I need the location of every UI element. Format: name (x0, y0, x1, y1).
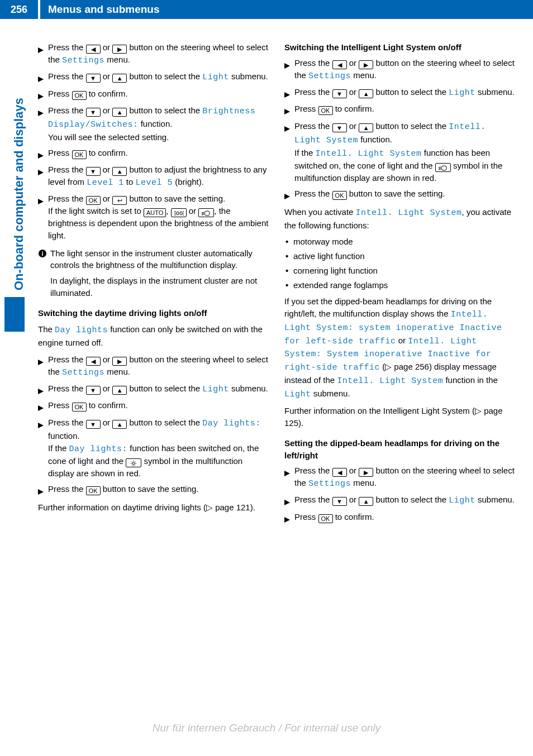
paragraph: The Day lights function can only be swit… (38, 323, 270, 349)
svg-marker-13 (38, 405, 44, 411)
up-button-icon: ▲ (112, 167, 127, 176)
up-button-icon: ▲ (112, 386, 127, 395)
step-marker-icon (38, 401, 48, 413)
svg-marker-11 (38, 360, 44, 365)
step: Press the ◀ or ▶ button on the steering … (38, 41, 270, 67)
menu-name: Settings (62, 56, 104, 65)
left-button-icon: ◀ (332, 60, 347, 69)
svg-marker-19 (284, 109, 290, 114)
page-title: Menus and submenus (40, 0, 533, 19)
ok-button-icon: OK (72, 150, 87, 159)
step-marker-icon (38, 165, 48, 178)
step-marker-icon (38, 43, 48, 55)
step-text: Press OK to confirm. (48, 88, 270, 100)
step-marker-icon (284, 122, 294, 134)
paragraph: Further information on the Intelligent L… (284, 405, 516, 429)
step: Press OK to confirm. (38, 147, 270, 161)
ok-button-icon: OK (72, 403, 87, 412)
step-marker-icon (284, 189, 294, 202)
function-name: Day lights: (69, 444, 128, 454)
submenu-name: Light (284, 390, 311, 399)
right-button-icon: ▶ (112, 357, 127, 366)
menu-name: Settings (308, 479, 351, 489)
svg-text:i: i (41, 250, 43, 257)
paragraph: Further information on daytime driving l… (38, 501, 270, 514)
headlamp-icon (198, 208, 214, 217)
step-text: Press OK to confirm. (294, 511, 516, 523)
step-text: Press the OK or ↩ button to save the set… (48, 193, 270, 242)
svg-marker-16 (38, 489, 44, 495)
step: Press the ◀ or ▶ button on the steering … (284, 465, 516, 490)
up-button-icon: ▲ (359, 123, 373, 132)
down-button-icon: ▼ (86, 167, 101, 176)
step-marker-icon (38, 106, 48, 118)
ok-button-icon: OK (318, 514, 333, 523)
svg-marker-2 (38, 94, 44, 99)
right-button-icon: ▶ (112, 45, 127, 54)
ok-button-icon: OK (72, 91, 87, 100)
headlamp-icon (435, 163, 451, 172)
step-marker-icon (284, 513, 294, 525)
function-name: Intell. Light System (356, 208, 462, 218)
step-marker-icon (38, 485, 48, 497)
up-button-icon: ▲ (359, 89, 373, 98)
submenu-name: Light (449, 88, 475, 98)
step-marker-icon (38, 418, 48, 430)
ok-button-icon: OK (332, 191, 347, 200)
back-button-icon: ↩ (112, 196, 127, 205)
step-marker-icon (284, 466, 294, 479)
watermark-text: Nur für internen Gebrauch / For internal… (0, 720, 533, 736)
bullet-icon: • (285, 265, 293, 277)
step: Press the OK or ↩ button to save the set… (38, 193, 270, 242)
info-icon: i (38, 248, 50, 260)
step-marker-icon (38, 384, 48, 396)
step: Press OK to confirm. (284, 511, 516, 525)
page-number: 256 (0, 0, 38, 19)
step: Press the ▼ or ▲ button to select the Li… (38, 382, 270, 396)
left-button-icon: ◀ (86, 357, 101, 366)
light-cone-icon (126, 458, 141, 467)
level-value: Level 5 (136, 178, 173, 188)
list-item: •cornering light function (284, 265, 516, 277)
subsection-heading: Setting the dipped-beam headlamps for dr… (284, 437, 516, 462)
auto-switch-icon: AUTO (144, 208, 166, 217)
step: Press the ◀ or ▶ button on the steering … (38, 353, 270, 379)
step-text: Press OK to confirm. (48, 147, 270, 159)
step-text: Press the ◀ or ▶ button on the steering … (294, 57, 516, 83)
step: Press the ▼ or ▲ button to select the Li… (284, 494, 516, 508)
right-button-icon: ▶ (359, 60, 373, 69)
step-text: Press the ▼ or ▲ button to select the Da… (48, 417, 270, 480)
svg-marker-6 (38, 199, 44, 204)
function-name: Intell. Light System (316, 149, 422, 159)
svg-marker-23 (284, 500, 290, 505)
step-text: Press the ▼ or ▲ button to select the Li… (294, 86, 516, 99)
step-marker-icon (38, 72, 48, 84)
down-button-icon: ▼ (86, 108, 101, 117)
right-column: Switching the Intelligent Light System o… (284, 41, 516, 528)
list-item: •extended range foglamps (284, 279, 516, 291)
svg-point-7 (177, 212, 179, 215)
step: Press the ▼ or ▲ button to select the In… (284, 120, 516, 184)
down-button-icon: ▼ (332, 89, 347, 98)
step: Press the ▼ or ▲ button to select the Li… (284, 86, 516, 100)
step: Press OK to confirm. (38, 399, 270, 413)
step: Press the ▼ or ▲ button to select the Br… (38, 104, 270, 143)
step-note: You will see the selected setting. (48, 131, 270, 143)
step: Press the ▼ or ▲ button to select the Da… (38, 417, 270, 480)
svg-marker-1 (38, 76, 44, 82)
step-marker-icon (38, 355, 48, 367)
side-tab-block (4, 297, 25, 332)
step: Press the ◀ or ▶ button on the steering … (284, 57, 516, 83)
step: Press the OK button to save the setting. (284, 188, 516, 202)
step-text: Press OK to confirm. (294, 103, 516, 115)
bullet-icon: • (285, 279, 293, 291)
menu-name: Settings (308, 71, 351, 81)
step: Press OK to confirm. (38, 88, 270, 102)
side-tab: On-board computer and displays (4, 45, 27, 313)
up-button-icon: ▲ (112, 74, 127, 83)
function-name: Day lights: (202, 419, 261, 428)
svg-marker-21 (284, 194, 290, 199)
step-text: Press the ◀ or ▶ button on the steering … (294, 465, 516, 490)
list-item: •motorway mode (284, 236, 516, 248)
step: Press the ▼ or ▲ button to select the Li… (38, 70, 270, 84)
